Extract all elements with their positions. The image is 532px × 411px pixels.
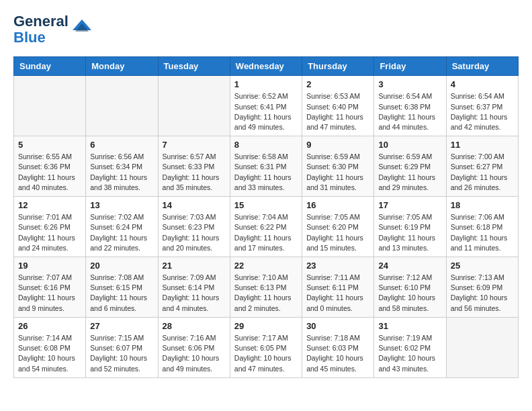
calendar-day-cell — [158, 76, 230, 136]
day-number: 22 — [234, 261, 298, 271]
day-number: 29 — [234, 321, 298, 331]
calendar-day-cell: 1Sunrise: 6:52 AM Sunset: 6:41 PM Daylig… — [230, 76, 302, 136]
calendar-day-cell: 23Sunrise: 7:11 AM Sunset: 6:11 PM Dayli… — [302, 257, 374, 318]
day-info: Sunrise: 7:16 AM Sunset: 6:06 PM Dayligh… — [163, 333, 226, 374]
day-number: 7 — [163, 140, 226, 150]
calendar-day-cell: 2Sunrise: 6:53 AM Sunset: 6:40 PM Daylig… — [302, 76, 374, 136]
logo: General Blue — [13, 13, 91, 46]
day-of-week-header: Thursday — [302, 57, 374, 76]
calendar-day-cell: 20Sunrise: 7:08 AM Sunset: 6:15 PM Dayli… — [86, 257, 158, 318]
day-number: 31 — [378, 321, 441, 331]
calendar-day-cell: 13Sunrise: 7:02 AM Sunset: 6:24 PM Dayli… — [86, 197, 158, 257]
day-info: Sunrise: 7:18 AM Sunset: 6:03 PM Dayligh… — [306, 333, 369, 374]
day-info: Sunrise: 6:57 AM Sunset: 6:33 PM Dayligh… — [163, 152, 226, 193]
day-number: 17 — [378, 200, 441, 210]
calendar-day-cell: 28Sunrise: 7:16 AM Sunset: 6:06 PM Dayli… — [158, 317, 230, 377]
day-number: 24 — [378, 261, 441, 271]
day-info: Sunrise: 6:55 AM Sunset: 6:36 PM Dayligh… — [18, 152, 81, 193]
calendar-day-cell: 8Sunrise: 6:58 AM Sunset: 6:31 PM Daylig… — [230, 136, 302, 197]
day-info: Sunrise: 7:13 AM Sunset: 6:09 PM Dayligh… — [451, 273, 514, 314]
day-number: 25 — [451, 261, 514, 271]
day-number: 12 — [18, 200, 81, 210]
calendar-day-cell: 24Sunrise: 7:12 AM Sunset: 6:10 PM Dayli… — [374, 257, 446, 318]
day-of-week-header: Friday — [374, 57, 446, 76]
day-info: Sunrise: 6:58 AM Sunset: 6:31 PM Dayligh… — [234, 152, 298, 193]
calendar-day-cell — [86, 76, 158, 136]
calendar-table: SundayMondayTuesdayWednesdayThursdayFrid… — [13, 56, 519, 377]
day-number: 6 — [90, 140, 153, 150]
calendar-day-cell: 5Sunrise: 6:55 AM Sunset: 6:36 PM Daylig… — [14, 136, 86, 197]
day-number: 19 — [18, 261, 81, 271]
logo-icon — [73, 17, 91, 36]
calendar-week-row: 12Sunrise: 7:01 AM Sunset: 6:26 PM Dayli… — [14, 197, 519, 257]
day-number: 30 — [306, 321, 369, 331]
day-info: Sunrise: 7:06 AM Sunset: 6:18 PM Dayligh… — [451, 212, 514, 253]
calendar-day-cell: 4Sunrise: 6:54 AM Sunset: 6:37 PM Daylig… — [446, 76, 518, 136]
calendar-day-cell: 12Sunrise: 7:01 AM Sunset: 6:26 PM Dayli… — [14, 197, 86, 257]
day-number: 26 — [18, 321, 81, 331]
calendar-day-cell: 3Sunrise: 6:54 AM Sunset: 6:38 PM Daylig… — [374, 76, 446, 136]
day-number: 10 — [378, 140, 441, 150]
calendar-day-cell: 19Sunrise: 7:07 AM Sunset: 6:16 PM Dayli… — [14, 257, 86, 318]
day-info: Sunrise: 6:59 AM Sunset: 6:30 PM Dayligh… — [306, 152, 369, 193]
day-info: Sunrise: 7:04 AM Sunset: 6:22 PM Dayligh… — [234, 212, 298, 253]
day-of-week-header: Sunday — [14, 57, 86, 76]
calendar-day-cell — [446, 317, 518, 377]
day-info: Sunrise: 7:11 AM Sunset: 6:11 PM Dayligh… — [306, 273, 369, 314]
day-number: 13 — [90, 200, 153, 210]
day-info: Sunrise: 7:01 AM Sunset: 6:26 PM Dayligh… — [18, 212, 81, 253]
day-info: Sunrise: 7:05 AM Sunset: 6:19 PM Dayligh… — [378, 212, 441, 253]
day-of-week-header: Tuesday — [158, 57, 230, 76]
day-info: Sunrise: 7:15 AM Sunset: 6:07 PM Dayligh… — [90, 333, 153, 374]
calendar-day-cell: 22Sunrise: 7:10 AM Sunset: 6:13 PM Dayli… — [230, 257, 302, 318]
day-number: 1 — [234, 79, 298, 89]
calendar-day-cell: 10Sunrise: 6:59 AM Sunset: 6:29 PM Dayli… — [374, 136, 446, 197]
day-info: Sunrise: 6:53 AM Sunset: 6:40 PM Dayligh… — [306, 91, 369, 132]
calendar-day-cell: 26Sunrise: 7:14 AM Sunset: 6:08 PM Dayli… — [14, 317, 86, 377]
day-number: 4 — [451, 79, 514, 89]
day-of-week-header: Saturday — [446, 57, 518, 76]
calendar-day-cell: 17Sunrise: 7:05 AM Sunset: 6:19 PM Dayli… — [374, 197, 446, 257]
day-info: Sunrise: 7:09 AM Sunset: 6:14 PM Dayligh… — [163, 273, 226, 314]
day-number: 5 — [18, 140, 81, 150]
day-number: 11 — [451, 140, 514, 150]
calendar-day-cell: 16Sunrise: 7:05 AM Sunset: 6:20 PM Dayli… — [302, 197, 374, 257]
calendar-day-cell: 21Sunrise: 7:09 AM Sunset: 6:14 PM Dayli… — [158, 257, 230, 318]
calendar-day-cell: 7Sunrise: 6:57 AM Sunset: 6:33 PM Daylig… — [158, 136, 230, 197]
day-info: Sunrise: 7:17 AM Sunset: 6:05 PM Dayligh… — [234, 333, 298, 374]
day-number: 2 — [306, 79, 369, 89]
calendar-day-cell: 11Sunrise: 7:00 AM Sunset: 6:27 PM Dayli… — [446, 136, 518, 197]
day-number: 16 — [306, 200, 369, 210]
day-info: Sunrise: 7:05 AM Sunset: 6:20 PM Dayligh… — [306, 212, 369, 253]
day-of-week-header: Wednesday — [230, 57, 302, 76]
calendar-day-cell: 29Sunrise: 7:17 AM Sunset: 6:05 PM Dayli… — [230, 317, 302, 377]
day-info: Sunrise: 7:19 AM Sunset: 6:02 PM Dayligh… — [378, 333, 441, 374]
day-number: 23 — [306, 261, 369, 271]
day-info: Sunrise: 6:54 AM Sunset: 6:37 PM Dayligh… — [451, 91, 514, 132]
calendar-week-row: 19Sunrise: 7:07 AM Sunset: 6:16 PM Dayli… — [14, 257, 519, 318]
calendar-day-cell: 18Sunrise: 7:06 AM Sunset: 6:18 PM Dayli… — [446, 197, 518, 257]
calendar-day-cell — [14, 76, 86, 136]
day-info: Sunrise: 7:03 AM Sunset: 6:23 PM Dayligh… — [163, 212, 226, 253]
day-info: Sunrise: 7:07 AM Sunset: 6:16 PM Dayligh… — [18, 273, 81, 314]
day-info: Sunrise: 7:08 AM Sunset: 6:15 PM Dayligh… — [90, 273, 153, 314]
calendar-week-row: 5Sunrise: 6:55 AM Sunset: 6:36 PM Daylig… — [14, 136, 519, 197]
day-number: 9 — [306, 140, 369, 150]
day-number: 8 — [234, 140, 298, 150]
day-info: Sunrise: 6:59 AM Sunset: 6:29 PM Dayligh… — [378, 152, 441, 193]
calendar-day-cell: 15Sunrise: 7:04 AM Sunset: 6:22 PM Dayli… — [230, 197, 302, 257]
day-info: Sunrise: 7:12 AM Sunset: 6:10 PM Dayligh… — [378, 273, 441, 314]
calendar-day-cell: 25Sunrise: 7:13 AM Sunset: 6:09 PM Dayli… — [446, 257, 518, 318]
calendar-header-row: SundayMondayTuesdayWednesdayThursdayFrid… — [14, 57, 519, 76]
page-header: General Blue — [13, 13, 519, 46]
calendar-day-cell: 6Sunrise: 6:56 AM Sunset: 6:34 PM Daylig… — [86, 136, 158, 197]
calendar-day-cell: 27Sunrise: 7:15 AM Sunset: 6:07 PM Dayli… — [86, 317, 158, 377]
day-info: Sunrise: 7:02 AM Sunset: 6:24 PM Dayligh… — [90, 212, 153, 253]
calendar-week-row: 1Sunrise: 6:52 AM Sunset: 6:41 PM Daylig… — [14, 76, 519, 136]
calendar-day-cell: 30Sunrise: 7:18 AM Sunset: 6:03 PM Dayli… — [302, 317, 374, 377]
day-number: 20 — [90, 261, 153, 271]
calendar-week-row: 26Sunrise: 7:14 AM Sunset: 6:08 PM Dayli… — [14, 317, 519, 377]
calendar-day-cell: 31Sunrise: 7:19 AM Sunset: 6:02 PM Dayli… — [374, 317, 446, 377]
day-info: Sunrise: 6:54 AM Sunset: 6:38 PM Dayligh… — [378, 91, 441, 132]
day-number: 18 — [451, 200, 514, 210]
